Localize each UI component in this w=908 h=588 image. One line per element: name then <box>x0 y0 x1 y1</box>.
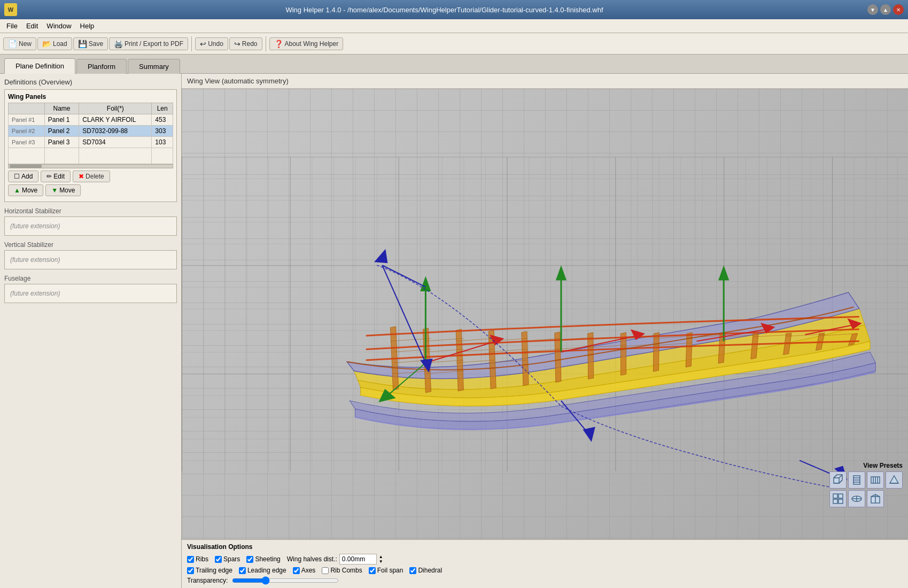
print-icon: 🖨️ <box>114 40 123 48</box>
load-button[interactable]: 📂 Load <box>37 37 72 50</box>
preset-btn-2[interactable] <box>848 471 865 489</box>
definitions-title: Definitions (Overview) <box>4 78 177 86</box>
view-presets-panel: View Presets <box>829 462 903 507</box>
tab-plane-definition[interactable]: Plane Definition <box>4 58 75 74</box>
menu-help[interactable]: Help <box>76 21 99 31</box>
col-len: Len <box>152 103 173 114</box>
minimize-button[interactable]: ▼ <box>867 4 878 15</box>
spinner-icon[interactable]: ▲▼ <box>379 554 383 564</box>
redo-icon: ↪ <box>234 40 240 48</box>
add-panel-button[interactable]: ☐ Add <box>8 171 38 182</box>
checkbox-spars[interactable] <box>215 556 222 563</box>
menu-edit[interactable]: Edit <box>22 21 42 31</box>
check-spars[interactable]: Spars <box>215 555 240 563</box>
wing-3d-svg <box>182 89 908 539</box>
wing-3d-canvas[interactable]: View Presets <box>182 89 908 539</box>
wing-panels-section: Wing Panels Name Foil(*) Len Panel #1 <box>4 89 177 202</box>
horizontal-stabilizer-title: Horizontal Stabilizer <box>4 207 177 215</box>
transparency-row: Transparency: <box>187 576 903 585</box>
main-content: Definitions (Overview) Wing Panels Name … <box>0 74 908 588</box>
transparency-slider[interactable] <box>232 576 339 585</box>
table-scrollbar[interactable] <box>8 164 173 168</box>
preset-btn-4[interactable] <box>886 471 903 489</box>
row-foil-2: SD7032-099-88 <box>79 126 152 137</box>
col-foil: Foil(*) <box>79 103 152 114</box>
toolbar-separator <box>191 36 192 51</box>
svg-line-57 <box>839 475 842 478</box>
horizontal-stabilizer-future: (future extension) <box>8 220 173 232</box>
checkbox-foil-span[interactable] <box>369 567 376 574</box>
check-axes[interactable]: Axes <box>293 567 316 574</box>
checkbox-axes[interactable] <box>293 567 300 574</box>
fuselage-future: (future extension) <box>8 288 173 299</box>
col-name: Name <box>44 103 79 114</box>
menu-file[interactable]: File <box>2 21 22 31</box>
undo-icon: ↩ <box>200 40 206 48</box>
row-foil-1: CLARK Y AIRFOIL <box>79 114 152 126</box>
move-down-button[interactable]: ▼ Move <box>45 184 81 196</box>
menu-window[interactable]: Window <box>42 21 75 31</box>
preset-btn-5[interactable] <box>829 490 847 507</box>
maximize-button[interactable]: ▲ <box>880 4 891 15</box>
wing-panels-title: Wing Panels <box>8 93 173 100</box>
wing-halves-dist-input[interactable] <box>339 554 377 564</box>
save-button[interactable]: 💾 Save <box>73 37 108 50</box>
vertical-stabilizer-future: (future extension) <box>8 254 173 266</box>
undo-button[interactable]: ↩ Undo <box>195 37 228 50</box>
preset-btn-7[interactable] <box>867 490 884 507</box>
move-up-button[interactable]: ▲ Move <box>8 184 43 196</box>
checkbox-trailing-edge[interactable] <box>187 567 194 574</box>
add-icon: ☐ <box>14 173 20 180</box>
wing-panels-table-wrap[interactable]: Name Foil(*) Len Panel #1 Panel 1 CLARK … <box>8 103 173 164</box>
horizontal-stabilizer-section: Horizontal Stabilizer (future extension) <box>4 207 177 236</box>
close-button[interactable]: ✕ <box>893 4 904 15</box>
row-foil-3: SD7034 <box>79 137 152 148</box>
checkbox-ribs[interactable] <box>187 556 194 563</box>
vis-row-1: Ribs Spars Sheeting Wing halves dist.: <box>187 554 903 564</box>
table-row[interactable]: Panel #3 Panel 3 SD7034 103 <box>9 137 173 148</box>
vis-row-2: Trailing edge Leading edge Axes Rib <box>187 567 903 574</box>
preset-btn-1[interactable] <box>829 471 847 489</box>
row-len-3: 103 <box>152 137 173 148</box>
delete-panel-button[interactable]: ✖ Delete <box>73 171 110 182</box>
tab-summary[interactable]: Summary <box>128 59 180 74</box>
check-dihedral[interactable]: Dihedral <box>409 567 442 574</box>
about-button[interactable]: ❓ About Wing Helper <box>269 37 344 50</box>
tab-planform[interactable]: Planform <box>76 59 127 74</box>
preset-grid-top <box>829 471 903 489</box>
edit-panel-button[interactable]: ✏ Edit <box>41 171 71 182</box>
check-ribs[interactable]: Ribs <box>187 555 208 563</box>
redo-button[interactable]: ↪ Redo <box>229 37 262 50</box>
check-foil-span[interactable]: Foil span <box>369 567 403 574</box>
row-name-3: Panel 3 <box>44 137 79 148</box>
wing-halves-dist: Wing halves dist.: ▲▼ <box>287 554 383 564</box>
check-trailing-edge[interactable]: Trailing edge <box>187 567 232 574</box>
print-button[interactable]: 🖨️ Print / Export to PDF <box>109 37 188 50</box>
title-bar: W Wing Helper 1.4.0 - /home/alex/Documen… <box>0 0 908 19</box>
preset-btn-3[interactable] <box>867 471 884 489</box>
window-title: Wing Helper 1.4.0 - /home/alex/Documents… <box>21 6 867 14</box>
new-button[interactable]: 📄 New <box>3 37 36 50</box>
preset-btn-6[interactable] <box>848 490 865 507</box>
fuselage-box: (future extension) <box>4 284 177 303</box>
table-row[interactable]: Panel #2 Panel 2 SD7032-099-88 303 <box>9 126 173 137</box>
checkbox-leading-edge[interactable] <box>239 567 246 574</box>
checkbox-dihedral[interactable] <box>409 567 416 574</box>
app-logo: W <box>4 3 17 16</box>
check-leading-edge[interactable]: Leading edge <box>239 567 286 574</box>
move-up-icon: ▲ <box>14 187 20 194</box>
checkbox-sheeting[interactable] <box>246 556 253 563</box>
svg-rect-70 <box>833 499 837 504</box>
table-row[interactable]: Panel #1 Panel 1 CLARK Y AIRFOIL 453 <box>9 114 173 126</box>
check-rib-combs[interactable]: Rib Combs <box>322 567 362 574</box>
table-row-empty <box>9 148 173 164</box>
edit-icon: ✏ <box>46 173 52 180</box>
vertical-stabilizer-title: Vertical Stabilizer <box>4 241 177 249</box>
vis-options-title: Visualisation Options <box>187 543 903 551</box>
new-icon: 📄 <box>8 40 17 48</box>
save-icon: 💾 <box>78 40 87 48</box>
check-sheeting[interactable]: Sheeting <box>246 555 280 563</box>
checkbox-rib-combs[interactable] <box>322 567 329 574</box>
window-controls: ▼ ▲ ✕ <box>867 4 904 15</box>
vertical-stabilizer-section: Vertical Stabilizer (future extension) <box>4 241 177 269</box>
